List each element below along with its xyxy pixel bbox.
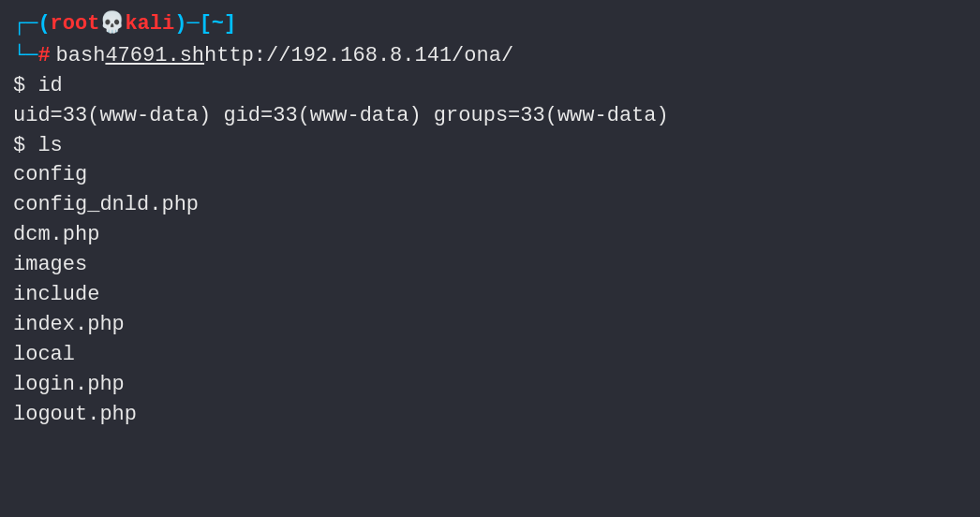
prompt-hash-line: └─ # bash 47691.sh http://192.168.8.141/… <box>13 41 967 71</box>
terminal-line: uid=33(www-data) gid=33(www-data) groups… <box>13 101 967 131</box>
terminal-line: dcm.php <box>13 220 967 250</box>
prompt-top-line: ┌─( root 💀 kali )─[ ~ ] <box>13 9 967 39</box>
prompt-skull: 💀 <box>99 9 125 39</box>
terminal-line: index.php <box>13 310 967 340</box>
terminal-line: config_dnld.php <box>13 190 967 220</box>
terminal-line: config <box>13 160 967 190</box>
bracket-dir-close: ] <box>224 9 236 39</box>
prompt-hash: # <box>37 41 50 71</box>
bracket-open: ┌─( <box>13 9 51 39</box>
terminal-line: $ id <box>13 71 967 101</box>
prompt-dir: ~ <box>212 9 224 39</box>
prompt-host: kali <box>125 9 174 39</box>
terminal-line: local <box>13 340 967 370</box>
terminal-line: $ ls <box>13 131 967 161</box>
command-args: http://192.168.8.141/ona/ <box>204 41 513 71</box>
terminal-line: logout.php <box>13 400 967 430</box>
terminal-line: login.php <box>13 370 967 400</box>
terminal-line: images <box>13 250 967 280</box>
prompt-user: root <box>51 9 100 39</box>
bracket-middle: )─[ <box>174 9 212 39</box>
command-script: 47691.sh <box>105 41 204 71</box>
hash-line-start: └─ <box>13 41 37 71</box>
terminal-output: $ iduid=33(www-data) gid=33(www-data) gr… <box>13 71 967 430</box>
fade-overlay <box>0 489 980 517</box>
command-bash: bash <box>56 41 106 71</box>
terminal-line: include <box>13 280 967 310</box>
